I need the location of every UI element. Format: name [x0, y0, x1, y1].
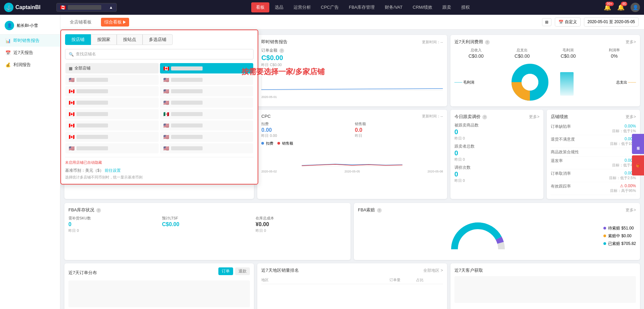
store-item-ca3[interactable]: 🇨🇦 ████████████ — [65, 109, 159, 119]
date-range-display[interactable]: 2020-05-01 至 2020-05-05 — [584, 17, 639, 27]
profit-info[interactable]: ? — [485, 40, 490, 45]
nav-item-follow[interactable]: 跟卖 — [438, 2, 456, 12]
store-item-selected[interactable]: 🇨🇦 ████████████ — [160, 63, 253, 73]
store-all-item[interactable]: ▦ 全部店铺 — [65, 63, 159, 73]
cpc-update-time: 更新时间：-- — [422, 114, 443, 119]
store-flag: 🇨🇦 — [69, 123, 74, 128]
perf-label-4: 退发率 — [551, 158, 563, 168]
nav-item-select[interactable]: 选品 — [270, 2, 288, 12]
order-amount-info[interactable]: ? — [279, 48, 284, 53]
fba-inventory-info[interactable]: ? — [96, 208, 101, 213]
store-perf-title: 店铺绩效 — [551, 114, 568, 120]
store-selector[interactable]: 🇨🇦 ▲ — [56, 3, 117, 12]
sidebar-item-weekly-report[interactable]: 📅 近7天报告 — [0, 47, 60, 59]
nav-item-ops[interactable]: 运营分析 — [289, 2, 316, 12]
gross-profit-label: 毛利润 — [546, 48, 590, 53]
sub-header-right: ⊞ 📅 自定义 2020-05-01 至 2020-05-05 — [542, 17, 639, 27]
store-name-blurred: ████████████ — [171, 123, 203, 127]
nav-item-crm[interactable]: CRM/绩效 — [408, 2, 437, 12]
store-item-us3[interactable]: 🇺🇸 ████████████ — [160, 86, 253, 96]
today-price-more[interactable]: 更多> — [529, 114, 539, 120]
legend-completed: 已索赔 $705.82 — [603, 241, 636, 247]
tab-returns[interactable]: 退款 — [235, 267, 250, 275]
cpc-card: CPC 更新时间：-- 扣费 0.00 昨日 0.00 销售额 0.0 昨日 — [257, 110, 447, 199]
store-item-us1[interactable]: 🇺🇸 ████████████ — [65, 75, 159, 85]
nav-item-cpc[interactable]: CPC广告 — [316, 2, 343, 12]
cpc-deduction-yesterday: 昨日 0.00 — [261, 133, 350, 138]
store-search-box[interactable]: 🔍 查找店铺名 — [65, 49, 254, 59]
store-item-us6[interactable]: 🇺🇸 ████████████ — [160, 132, 253, 142]
store-item-ca2[interactable]: 🇨🇦 ████████████ — [65, 98, 159, 108]
store-item-ca4[interactable]: 🇨🇦 ████████████ — [65, 120, 159, 131]
fba-claims-title: FBA索赔 ? — [358, 207, 382, 213]
store-flag: 🇺🇸 — [163, 123, 169, 128]
tab-by-country[interactable]: 按国家 — [91, 34, 117, 45]
store-item-ca5[interactable]: 🇨🇦 ████████████ — [65, 132, 159, 142]
perf-row-6: 有效跟踪率 ⚠ 0.00% 目标：高于95% — [551, 182, 636, 195]
middle-two-col: 今日跟卖调价 ? 更多> 被跟卖商品数 0 昨日 0 跟卖者总数 — [450, 110, 640, 199]
dropdown-footer: 未启用店铺已自动隐藏 — [65, 157, 254, 165]
tab-comprehensive[interactable]: 综合看板 — [101, 18, 129, 27]
fba-metrics: 需补货SKU数 0 昨日 0 预计LTSF C$0.00 在库总成本 ¥0.00… — [68, 216, 346, 233]
store-name-blurred: ████████████ — [76, 78, 108, 82]
store-item-mx1[interactable]: 🇲🇽 ████████████ — [160, 109, 253, 119]
store-perf-more[interactable]: 更多> — [626, 114, 636, 120]
order-dist-chart — [68, 280, 250, 307]
fba-sku-yesterday: 昨日 0 — [68, 228, 159, 233]
region-sales-card: 近7天地区销量排名 全部地区 > 地区 订单量 占比 — [257, 263, 447, 309]
tab-orders[interactable]: 订单 — [218, 267, 233, 275]
notification-bell[interactable]: 🔔 99+ — [604, 4, 611, 11]
store-name — [68, 5, 101, 10]
store-item-us5[interactable]: 🇺🇸 ████████████ — [160, 120, 253, 131]
perf-row-4: 退发率 0.00% 目标：低于4% — [551, 157, 636, 169]
sidebar: 👤 船长BI-小雪 📊 即时销售报告 📅 近7天报告 💰 利润报告 — [0, 15, 60, 309]
tab-by-site[interactable]: 按站点 — [117, 34, 143, 45]
tab-all-stores[interactable]: 全店铺看板 — [66, 18, 96, 27]
nav-item-fba[interactable]: FBA库存管理 — [344, 2, 379, 12]
sidebar-item-profit[interactable]: 💰 利润报告 — [0, 59, 60, 71]
tab-multi-store[interactable]: 多选店铺 — [143, 34, 173, 45]
search-placeholder: 查找店铺名 — [76, 51, 96, 57]
today-price-info[interactable]: ? — [482, 115, 487, 119]
store-item-us4[interactable]: 🇺🇸 ████████████ — [160, 98, 253, 108]
nav-item-auth[interactable]: 授权 — [457, 2, 475, 12]
profit-donut-chart: ─── 毛利润 总支出 ─── — [454, 62, 636, 102]
store-name-blurred: ████████████ — [76, 123, 108, 127]
main-navigation: 看板 选品 运营分析 CPC广告 FBA库存管理 财务/VAT CRM/绩效 跟… — [122, 2, 604, 12]
legend-deduction: 扣费 — [261, 141, 273, 146]
tab-by-store[interactable]: 按店铺 — [65, 34, 91, 45]
region-sales-more[interactable]: 全部地区 > — [423, 268, 443, 273]
customer-service-btn[interactable]: 客服 — [632, 134, 644, 154]
nav-item-dashboard[interactable]: 看板 — [251, 2, 269, 12]
store-item-us8[interactable]: 🇺🇸 ████████████ — [160, 143, 253, 153]
sidebar-item-instant-report[interactable]: 📊 即时销售报告 — [0, 35, 60, 47]
cpc-title: CPC — [261, 114, 270, 119]
profit-more-link[interactable]: 更多> — [626, 39, 636, 45]
cpc-deduction-label: 扣费 — [261, 121, 350, 126]
perf-label-1: 订单缺陷率 — [551, 124, 571, 134]
currency-settings-link[interactable]: 前往设置 — [105, 168, 121, 173]
followed-yesterday: 昨日 0 — [454, 136, 540, 141]
store-item-us2[interactable]: 🇺🇸 ████████████ — [160, 75, 253, 85]
cpc-sales-yesterday: 昨日 — [355, 133, 443, 138]
alert-bell[interactable]: 🔔 46 — [617, 4, 625, 11]
store-item-us7[interactable]: 🇺🇸 ████████████ — [65, 143, 159, 153]
calendar-icon: 📅 — [558, 20, 564, 24]
profit-rate-metric: 利润率 0% — [593, 48, 636, 59]
gift-btn[interactable]: 🎁 — [632, 155, 644, 175]
fba-claims-card: FBA索赔 ? 更多> — [354, 203, 640, 260]
user-avatar[interactable]: 👤 — [631, 3, 640, 12]
fba-claims-info[interactable]: ? — [377, 208, 382, 213]
cpc-sales-value: 0.0 — [355, 127, 443, 133]
store-item-ca1[interactable]: 🇨🇦 ████████████ — [65, 86, 159, 96]
store-name-blurred: ████████████ — [76, 146, 108, 150]
donut-legend-right: 总支出 ─── — [616, 80, 636, 85]
store-perf-metrics: 订单缺陷率 0.00% 目标：低于1% 退货不满意度 0.00% 目标：低于10… — [551, 122, 636, 195]
date-preset-btn[interactable]: 📅 自定义 — [555, 17, 581, 27]
store-flag: 🇨🇦 — [69, 100, 74, 105]
nav-item-finance[interactable]: 财务/VAT — [380, 2, 407, 12]
fba-claims-more[interactable]: 更多> — [626, 207, 636, 213]
fba-sku-label: 需补货SKU数 — [68, 216, 159, 221]
perf-value-1: 0.00% 目标：低于1% — [612, 124, 636, 134]
grid-view-button[interactable]: ⊞ — [542, 18, 551, 26]
